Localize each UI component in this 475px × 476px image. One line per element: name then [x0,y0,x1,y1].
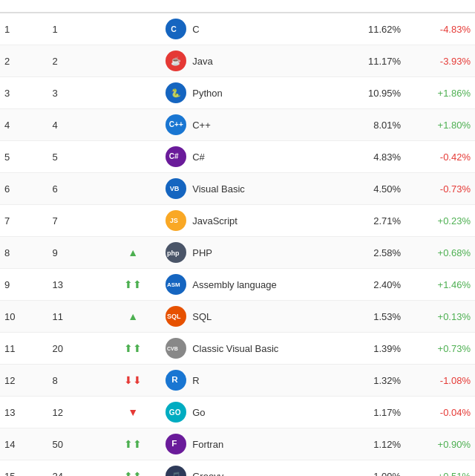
table-row: 9 13 ⬆⬆ ASM Assembly language 2.40% +1.4… [0,269,475,301]
ratings-value: 2.58% [335,237,405,269]
language-cell: F Fortran [161,428,335,460]
change-indicator: ⬆⬆ [105,333,161,365]
svg-text:F: F [171,438,177,448]
language-cell: JS JavaScript [161,205,335,237]
lang-icon: C++ [166,114,186,135]
lang-name: R [192,375,199,386]
lang-name: Classic Visual Basic [192,343,278,354]
rank-2020: 5 [48,141,105,173]
rankings-table: 1 1 C C 11.62% -4.83% 2 2 ☕ Java 11.17% … [0,0,475,476]
change-indicator [105,141,161,173]
ratings-change: +0.90% [405,428,475,460]
lang-icon: C# [166,146,186,167]
rank-2020: 6 [48,173,105,205]
ratings-change: +0.23% [405,205,475,237]
lang-icon: C [166,19,186,39]
rank-2020: 12 [48,397,105,428]
ratings-value: 11.62% [335,13,405,45]
rank-2020: 2 [48,45,105,77]
header-ratings [335,0,405,13]
rank-2021: 9 [0,269,48,301]
table-row: 7 7 JS JavaScript 2.71% +0.23% [0,205,475,237]
header-change [105,0,161,13]
lang-icon: 🎵 [166,466,186,476]
ratings-change: -4.83% [405,13,475,45]
rank-2021: 8 [0,237,48,269]
rank-2021: 13 [0,397,48,428]
ratings-value: 1.17% [335,397,405,428]
rank-2020: 50 [48,428,105,460]
language-cell: C C [161,13,335,45]
ratings-change: +1.86% [405,77,475,109]
change-indicator: ⬆⬆ [105,269,161,301]
change-indicator [105,173,161,205]
ratings-change: +0.68% [405,237,475,269]
lang-name: Groovy [192,471,223,477]
lang-name: Python [192,88,222,99]
rank-2021: 11 [0,333,48,365]
rank-2021: 6 [0,173,48,205]
table-row: 11 20 ⬆⬆ CVB Classic Visual Basic 1.39% … [0,333,475,365]
ratings-change: +1.46% [405,269,475,301]
rank-2020: 9 [48,237,105,269]
rank-2021: 12 [0,365,48,397]
ratings-value: 4.83% [335,141,405,173]
language-cell: CVB Classic Visual Basic [161,333,335,365]
lang-name: Fortran [192,439,223,450]
table-row: 1 1 C C 11.62% -4.83% [0,13,475,45]
table-row: 4 4 C++ C++ 8.01% +1.80% [0,109,475,141]
table-row: 15 24 ⬆⬆ 🎵 Groovy 1.09% +0.51% [0,460,475,477]
svg-text:VB: VB [170,185,180,192]
ratings-value: 4.50% [335,173,405,205]
rank-2020: 4 [48,109,105,141]
lang-name: Visual Basic [192,183,245,195]
rank-2020: 7 [48,205,105,237]
svg-text:C++: C++ [169,120,183,128]
change-indicator [105,77,161,109]
language-cell: C++ C++ [161,109,335,141]
ratings-value: 2.71% [335,205,405,237]
table-row: 3 3 🐍 Python 10.95% +1.86% [0,77,475,109]
lang-name: C++ [192,120,211,131]
language-cell: GO Go [161,397,335,428]
rank-2021: 5 [0,141,48,173]
ratings-value: 10.95% [335,77,405,109]
language-cell: R R [161,365,335,397]
header-jul2021 [0,0,48,13]
ratings-value: 1.39% [335,333,405,365]
rank-2021: 14 [0,428,48,460]
language-cell: SQL SQL [161,301,335,333]
svg-text:GO: GO [169,408,181,417]
lang-name: C [192,24,199,35]
ratings-value: 1.12% [335,428,405,460]
table-row: 6 6 VB Visual Basic 4.50% -0.73% [0,173,475,205]
table-row: 2 2 ☕ Java 11.17% -3.93% [0,45,475,77]
rank-2021: 3 [0,77,48,109]
change-indicator [105,13,161,45]
svg-text:R: R [171,374,178,384]
table-row: 14 50 ⬆⬆ F Fortran 1.12% +0.90% [0,428,475,460]
header-lang [161,0,335,13]
main-table-container: 1 1 C C 11.62% -4.83% 2 2 ☕ Java 11.17% … [0,0,475,476]
language-cell: VB Visual Basic [161,173,335,205]
rank-2021: 10 [0,301,48,333]
language-cell: ☕ Java [161,45,335,77]
svg-text:CVB: CVB [167,346,178,351]
lang-name: C# [192,151,205,163]
change-indicator: ⬆⬆ [105,460,161,477]
change-indicator [105,205,161,237]
rank-2020: 24 [48,460,105,477]
rank-2020: 11 [48,301,105,333]
change-indicator: ▼ [105,397,161,428]
language-cell: 🎵 Groovy [161,460,335,477]
svg-text:C#: C# [169,152,179,160]
lang-icon: SQL [166,306,186,327]
language-cell: ASM Assembly language [161,269,335,301]
table-row: 10 11 ▲ SQL SQL 1.53% +0.13% [0,301,475,333]
svg-text:php: php [167,250,180,257]
lang-name: Go [192,407,205,418]
table-body: 1 1 C C 11.62% -4.83% 2 2 ☕ Java 11.17% … [0,13,475,476]
header-change2 [405,0,475,13]
rank-2021: 7 [0,205,48,237]
header-jul2020 [48,0,105,13]
